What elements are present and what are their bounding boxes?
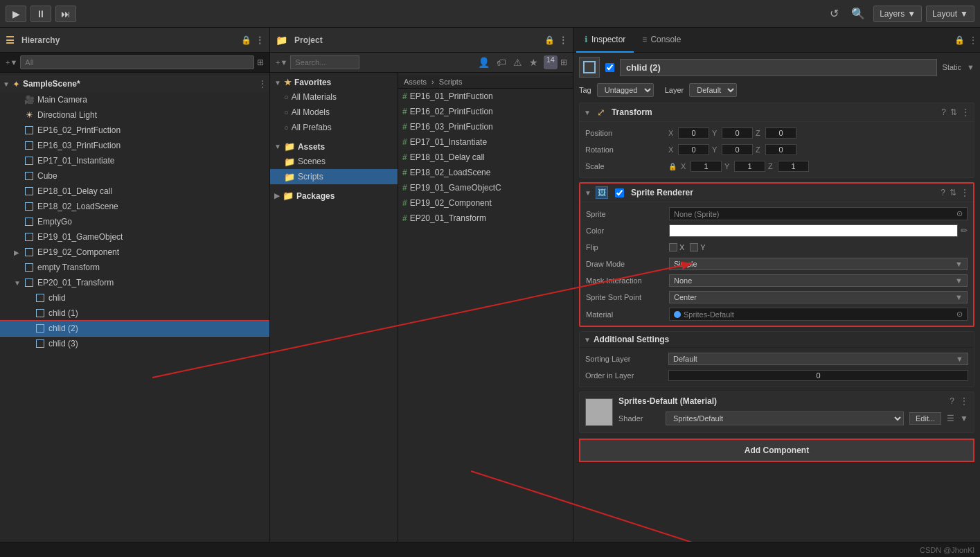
flip-y-label[interactable]: Y [690,243,705,251]
flip-x-checkbox[interactable] [669,243,677,251]
plus-dropdown-icon[interactable]: +▼ [6,58,17,67]
sr-active-checkbox[interactable] [615,188,624,197]
color-picker-icon[interactable]: ✏ [961,226,968,236]
transform-help-icon[interactable]: ? [941,107,946,117]
position-y-input[interactable] [722,127,753,139]
sorting-layer-dropdown[interactable]: Default ▼ [668,353,968,365]
inspector-menu-icon[interactable]: ⋮ [969,35,977,45]
object-name-field[interactable]: chlid (2) [620,59,937,76]
history-button[interactable]: ↺ [826,6,843,21]
hierarchy-item-ep16-03[interactable]: EP16_03_PrintFuction [0,138,269,153]
play-button[interactable]: ▶ [6,6,26,22]
project-item-all-prefabs[interactable]: ○ All Prefabs [270,120,398,135]
project-refresh-icon[interactable]: ⊞ [560,58,567,67]
pause-button[interactable]: ⏸ [30,6,51,22]
hierarchy-item-chlid-3[interactable]: chlid (3) [0,336,269,351]
hierarchy-item-cube[interactable]: Cube [0,168,269,184]
project-item-all-models[interactable]: ○ All Models [270,105,398,120]
sprite-sort-point-dropdown[interactable]: Center ▼ [669,291,968,303]
mask-interaction-dropdown[interactable]: None ▼ [669,274,968,287]
sr-help-icon[interactable]: ? [941,188,945,197]
layout-dropdown[interactable]: Layout ▼ [926,6,974,22]
position-x-input[interactable] [678,127,709,139]
hierarchy-item-emptygo[interactable]: EmptyGo [0,214,269,229]
transform-menu-icon[interactable]: ⋮ [961,107,970,117]
project-icon-1[interactable]: 👤 [476,55,491,69]
project-item-all-materials[interactable]: ○ All Materials [270,89,398,105]
hierarchy-item-ep17-01[interactable]: EP17_01_Instantiate [0,153,269,168]
hierarchy-menu-icon[interactable]: ⋮ [256,35,264,45]
layers-dropdown[interactable]: Layers ▼ [873,6,922,22]
layer-select[interactable]: Default [689,83,737,97]
transform-header[interactable]: ▼ ⤢ Transform ? ⇅ ⋮ [580,103,974,122]
draw-mode-dropdown[interactable]: Simple ▼ [669,258,968,270]
project-menu-icon[interactable]: ⋮ [559,35,567,45]
shader-dropdown[interactable]: Sprites/Default [666,412,904,425]
sprite-renderer-header[interactable]: ▼ 🖼 Sprite Renderer ? ⇅ ⋮ [580,184,973,202]
order-in-layer-input[interactable] [668,370,968,381]
sprite-field[interactable]: None (Sprite) ⊙ [669,207,968,220]
assets-header[interactable]: ▼ 📁 Assets [270,139,398,154]
hierarchy-item-ep19-01[interactable]: EP19_01_GameObject [0,229,269,245]
scale-y-input[interactable] [734,161,765,172]
script-item-ep16-02[interactable]: # EP16_02_PrintFuction [398,104,573,119]
hierarchy-item-empty-transform[interactable]: empty Transform [0,260,269,275]
material-menu-icon[interactable]: ⋮ [960,396,968,406]
edit-shader-button[interactable]: Edit... [909,412,941,425]
hierarchy-item-ep18-02[interactable]: EP18_02_LoadScene [0,199,269,214]
project-item-scripts[interactable]: 📁 Scripts [270,169,398,184]
flip-y-checkbox[interactable] [690,243,698,251]
project-icon-2[interactable]: 🏷 [495,55,508,69]
active-checkbox[interactable] [605,63,614,72]
search-top-button[interactable]: 🔍 [847,6,869,21]
sr-menu-icon[interactable]: ⋮ [961,188,969,197]
scene-arrow-icon[interactable]: ▼ [3,80,10,88]
static-arrow-icon[interactable]: ▼ [967,63,974,71]
rotation-x-input[interactable] [678,144,709,155]
hierarchy-item-directional-light[interactable]: ☀ Directional Light [0,107,269,123]
script-item-ep16-03[interactable]: # EP16_03_PrintFuction [398,119,573,134]
script-item-ep17-01[interactable]: # EP17_01_Instantiate [398,134,573,150]
material-help-icon[interactable]: ? [950,396,954,406]
script-item-ep18-01-delay[interactable]: # EP18_01_Delay call [398,150,573,165]
transform-sliders-icon[interactable]: ⇅ [950,107,957,117]
project-add-icon[interactable]: +▼ [276,58,287,67]
position-z-input[interactable] [765,127,796,139]
scale-x-input[interactable] [691,161,722,172]
hierarchy-item-ep19-02[interactable]: ▶ EP19_02_Component [0,245,269,260]
shader-icon-1[interactable]: ☰ [947,414,954,423]
hierarchy-search-input[interactable] [20,55,254,69]
hierarchy-search-icon[interactable]: ⊞ [257,58,264,67]
hierarchy-item-chlid-1[interactable]: chlid (1) [0,306,269,321]
tab-inspector[interactable]: ℹ Inspector [576,28,634,53]
tag-select[interactable]: Untagged [597,83,654,97]
hierarchy-item-ep16-02[interactable]: EP16_02_PrintFuction [0,123,269,138]
script-item-ep20-01-trans[interactable]: # EP20_01_Transform [398,211,573,226]
tab-console[interactable]: ≡ Console [634,28,689,53]
scale-z-input[interactable] [778,161,809,172]
script-item-ep16-01[interactable]: # EP16_01_PrintFuction [398,89,573,104]
favorites-header[interactable]: ▼ ★ Favorites [270,76,398,89]
hierarchy-item-main-camera[interactable]: 🎥 Main Camera [0,92,269,107]
material-field[interactable]: Sprites-Default ⊙ [669,308,968,321]
add-component-button[interactable]: Add Component [579,439,974,462]
rotation-z-input[interactable] [765,144,796,155]
shader-icon-2[interactable]: ▼ [960,414,968,423]
scene-menu-icon[interactable]: ⋮ [258,79,267,89]
project-icon-3[interactable]: ⚠ [512,55,524,69]
sr-sliders-icon[interactable]: ⇅ [950,188,956,197]
project-icon-4[interactable]: ★ [528,55,540,69]
hierarchy-item-ep18-01[interactable]: EP18_01_Delay call [0,184,269,199]
material-target-icon[interactable]: ⊙ [956,310,963,319]
script-item-ep19-02-comp[interactable]: # EP19_02_Component [398,195,573,211]
rotation-y-input[interactable] [722,144,753,155]
script-item-ep18-02-load[interactable]: # EP18_02_LoadScene [398,165,573,180]
color-swatch[interactable] [669,224,958,237]
step-button[interactable]: ⏭ [55,6,76,22]
sprite-target-icon[interactable]: ⊙ [956,209,963,218]
hierarchy-item-chlid[interactable]: chlid [0,290,269,306]
flip-x-label[interactable]: X [669,243,684,251]
packages-header[interactable]: ▶ 📁 Packages [270,188,398,203]
additional-settings-header[interactable]: ▼ Additional Settings [580,332,974,348]
project-search-input[interactable] [290,55,359,69]
